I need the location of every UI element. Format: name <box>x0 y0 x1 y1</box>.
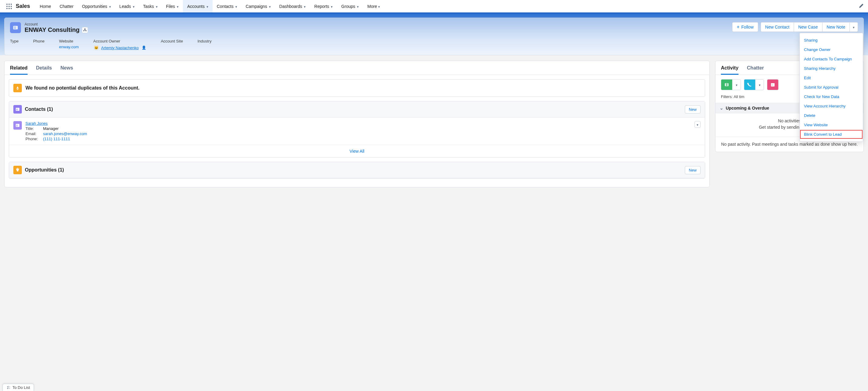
svg-rect-15 <box>84 30 84 31</box>
dropdown-item-edit[interactable]: Edit <box>800 73 863 83</box>
contact-title-value: Manager <box>43 126 59 131</box>
nav-item-tasks[interactable]: Tasks <box>139 0 162 12</box>
dropdown-item-delete[interactable]: Delete <box>800 111 863 120</box>
nav-item-label: Leads <box>120 4 131 9</box>
nav-item-contacts[interactable]: Contacts <box>213 0 241 12</box>
dropdown-item-view-account-hierarchy[interactable]: View Account Hierarchy <box>800 102 863 111</box>
dropdown-item-blink-convert-to-lead[interactable]: Blink Convert to Lead <box>800 130 863 139</box>
nav-item-opportunities[interactable]: Opportunities <box>78 0 115 12</box>
new-note-button[interactable]: New Note <box>822 22 850 32</box>
record-name: ENWAY Consulting <box>25 26 88 33</box>
new-opportunity-button[interactable]: New <box>685 166 701 174</box>
chevron-down-icon <box>269 4 271 9</box>
nav-item-home[interactable]: Home <box>35 0 55 12</box>
task-icon <box>721 80 732 90</box>
contact-email-link[interactable]: sarah.jones@enway.com <box>43 132 87 136</box>
svg-rect-19 <box>17 110 18 110</box>
nav-item-reports[interactable]: Reports <box>310 0 337 12</box>
tab-chatter[interactable]: Chatter <box>747 65 764 75</box>
owner-link[interactable]: Artemiy Nastachenko <box>101 46 139 50</box>
nav-item-leads[interactable]: Leads <box>115 0 139 12</box>
contacts-header: Contacts (1) New <box>9 102 705 117</box>
svg-point-4 <box>8 6 10 7</box>
contact-name-link[interactable]: Sarah Jones <box>26 121 48 126</box>
task-dropdown[interactable] <box>732 80 741 90</box>
record-name-text: ENWAY Consulting <box>25 26 80 33</box>
chevron-down-icon <box>304 4 306 9</box>
call-dropdown[interactable] <box>755 80 764 90</box>
tab-details[interactable]: Details <box>36 65 52 75</box>
new-case-button[interactable]: New Case <box>794 22 823 32</box>
dropdown-item-change-owner[interactable]: Change Owner <box>800 45 863 54</box>
nav-item-label: Tasks <box>143 4 154 9</box>
event-icon <box>767 80 778 90</box>
website-label: Website <box>59 39 79 44</box>
dropdown-item-sharing[interactable]: Sharing <box>800 35 863 45</box>
nav-item-label: Reports <box>314 4 329 9</box>
new-event-button[interactable] <box>767 79 778 90</box>
svg-rect-20 <box>16 124 20 127</box>
edit-nav-icon[interactable] <box>857 1 866 11</box>
duplicates-icon <box>13 84 22 92</box>
contacts-icon <box>13 105 22 114</box>
record-header: Account ENWAY Consulting + Follow New Co… <box>4 18 864 55</box>
actions-dropdown: SharingChange OwnerAdd Contacts To Campa… <box>800 33 863 142</box>
svg-rect-16 <box>86 30 87 31</box>
svg-point-2 <box>11 4 12 5</box>
more-actions-button[interactable] <box>849 22 858 32</box>
chevron-down-icon <box>853 25 855 29</box>
new-contact-related-button[interactable]: New <box>685 105 701 114</box>
svg-point-5 <box>11 6 12 7</box>
chevron-down-icon <box>378 4 380 9</box>
contacts-card: Contacts (1) New Sarah Jones Title:Manag… <box>9 101 705 158</box>
plus-icon: + <box>737 25 739 29</box>
dropdown-item-sharing-hierarchy[interactable]: Sharing Hierarchy <box>800 64 863 73</box>
nav-item-campaigns[interactable]: Campaigns <box>241 0 275 12</box>
nav-item-label: Dashboards <box>279 4 302 9</box>
new-contact-button[interactable]: New Contact <box>761 22 794 32</box>
nav-item-dashboards[interactable]: Dashboards <box>275 0 310 12</box>
view-all-link[interactable]: View All <box>350 149 365 153</box>
nav-more[interactable]: More <box>363 0 384 12</box>
app-name: Sales <box>16 3 30 9</box>
contact-phone-link[interactable]: (111) 111-1111 <box>43 137 70 141</box>
app-launcher-icon[interactable] <box>5 2 13 10</box>
object-label: Account <box>25 22 88 26</box>
tab-news[interactable]: News <box>60 65 73 75</box>
svg-point-8 <box>11 8 12 9</box>
svg-rect-10 <box>14 27 15 28</box>
change-owner-icon[interactable]: 👤 <box>142 46 146 50</box>
svg-rect-17 <box>16 108 20 111</box>
contact-row-menu[interactable] <box>694 121 701 128</box>
nav-item-label: Accounts <box>187 4 205 9</box>
nav-item-groups[interactable]: Groups <box>337 0 363 12</box>
hierarchy-icon[interactable] <box>82 27 88 33</box>
log-call-button[interactable] <box>744 79 764 90</box>
dropdown-item-view-website[interactable]: View Website <box>800 120 863 130</box>
chevron-down-icon <box>696 122 699 127</box>
field-website: Website enway.com <box>59 39 79 51</box>
dropdown-item-check-for-new-data[interactable]: Check for New Data <box>800 92 863 102</box>
follow-label: Follow <box>741 25 753 29</box>
chevron-down-icon <box>357 4 359 9</box>
chevron-down-icon <box>736 83 738 87</box>
chevron-down-icon: ⌄ <box>720 106 723 111</box>
chevron-down-icon <box>133 4 135 9</box>
dropdown-item-submit-for-approval[interactable]: Submit for Approval <box>800 83 863 92</box>
nav-item-files[interactable]: Files <box>162 0 183 12</box>
nav-item-accounts[interactable]: Accounts <box>183 0 213 12</box>
new-task-button[interactable] <box>721 79 741 90</box>
tab-related[interactable]: Related <box>10 65 28 75</box>
nav-item-chatter[interactable]: Chatter <box>55 0 78 12</box>
nav-item-label: Groups <box>341 4 355 9</box>
website-link[interactable]: enway.com <box>59 45 79 49</box>
nav-item-label: Campaigns <box>246 4 267 9</box>
tab-activity[interactable]: Activity <box>721 65 739 75</box>
upcoming-overdue-label: Upcoming & Overdue <box>726 106 769 111</box>
content-region: Related Details News We found no potenti… <box>0 55 868 193</box>
contact-email-label: Email: <box>26 132 41 136</box>
dropdown-item-add-contacts-to-campaign[interactable]: Add Contacts To Campaign <box>800 54 863 64</box>
follow-button[interactable]: + Follow <box>732 22 758 32</box>
svg-point-3 <box>6 6 8 7</box>
svg-rect-22 <box>17 126 18 126</box>
